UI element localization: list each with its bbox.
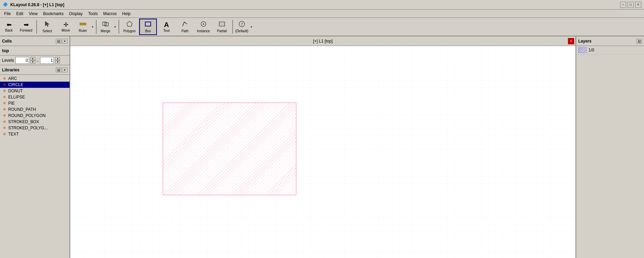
lib-icon-stroked-polyg: ✳ [3, 126, 6, 130]
separator-3 [119, 20, 119, 34]
lib-name-text: TEXT [8, 132, 19, 137]
menu-bar: File Edit View Bookmarks Display Tools M… [0, 10, 644, 18]
menu-view[interactable]: View [26, 11, 40, 17]
layers-float-button[interactable]: ◱ [636, 39, 642, 44]
window-controls: − □ × [620, 2, 641, 8]
layer-item-1-0[interactable]: 1/0 [576, 46, 644, 55]
levels-from-spinner: ▲ ▼ [30, 57, 35, 64]
svg-marker-0 [45, 21, 49, 27]
forward-button[interactable]: ➡ Forward [17, 19, 35, 35]
default-tool-group: T (Default) ▾ [234, 19, 253, 35]
menu-edit[interactable]: Edit [13, 11, 26, 17]
polygon-button[interactable]: Polygon [121, 19, 138, 35]
merge-dropdown-button[interactable]: ▾ [113, 19, 117, 35]
lib-item-round-path[interactable]: ✳ ROUND_PATH [0, 106, 70, 113]
lib-name-arc: ARC [8, 76, 17, 81]
separator-2 [96, 20, 97, 34]
merge-tool-group: Merge ▾ [98, 19, 117, 35]
lib-item-arc[interactable]: ✳ ARC [0, 75, 70, 82]
path-button[interactable]: Path [176, 19, 194, 35]
default-dropdown-button[interactable]: ▾ [249, 19, 253, 35]
svg-text:T: T [241, 22, 244, 26]
svg-rect-17 [70, 46, 575, 258]
canvas-area: [+] L1 [top] × [70, 36, 575, 258]
levels-from-up[interactable]: ▲ [30, 57, 35, 60]
minimize-button[interactable]: − [620, 2, 626, 8]
grid-overlay [70, 46, 575, 258]
menu-bookmarks[interactable]: Bookmarks [40, 11, 66, 17]
menu-help[interactable]: Help [120, 11, 134, 17]
cells-close-button[interactable]: × [62, 39, 67, 44]
libraries-float-button[interactable]: ◱ [56, 68, 61, 72]
partial-button[interactable]: Partial [213, 19, 231, 35]
canvas-title: [+] L1 [top] [313, 39, 333, 44]
libraries-close-button[interactable]: × [62, 68, 67, 72]
levels-to-input[interactable] [40, 57, 54, 64]
lib-name-round-path: ROUND_PATH [8, 107, 36, 112]
canvas-close-button[interactable]: × [568, 38, 574, 44]
ruler-button[interactable]: Ruler [75, 19, 90, 35]
library-list: ✳ ARC ✳ CIRCLE ✳ DONUT ✳ ELLIPSE ✳ PIE [0, 75, 70, 258]
layer-name-1-0: 1/0 [589, 48, 594, 52]
levels-to-up[interactable]: ▲ [55, 57, 60, 60]
libraries-controls: ◱ × [56, 68, 67, 72]
levels-to-spinner: ▲ ▼ [55, 57, 60, 64]
merge-button[interactable]: Merge [98, 19, 113, 35]
main-area: Cells ◱ × top Levels ▲ ▼ .. ▲ ▼ [0, 36, 644, 258]
title-bar: 🔷 KLayout 0.26.8 - [+] L1 [top] − □ × [0, 0, 644, 10]
levels-to-down[interactable]: ▼ [55, 60, 60, 64]
cells-controls: ◱ × [56, 39, 67, 44]
levels-from-down[interactable]: ▼ [30, 60, 35, 64]
lib-item-pie[interactable]: ✳ PIE [0, 100, 70, 106]
libraries-panel: Libraries ◱ × ✳ ARC ✳ CIRCLE ✳ DONUT [0, 65, 70, 258]
levels-from-input[interactable] [15, 57, 29, 64]
lib-item-circle[interactable]: ✳ CIRCLE [0, 82, 70, 88]
back-icon: ⬅ [7, 22, 12, 28]
back-button[interactable]: ⬅ Back [1, 19, 16, 35]
lib-name-donut: DONUT [8, 89, 23, 93]
separator-1 [36, 20, 37, 34]
polygon-icon [126, 21, 133, 28]
lib-item-donut[interactable]: ✳ DONUT [0, 88, 70, 94]
cells-float-button[interactable]: ◱ [56, 39, 61, 44]
forward-icon: ➡ [24, 22, 29, 28]
lib-item-round-polygon[interactable]: ✳ ROUND_POLYGON [0, 113, 70, 119]
menu-file[interactable]: File [1, 11, 13, 17]
app-icon: 🔷 [3, 2, 8, 8]
ruler-tool-group: Ruler ▾ [75, 19, 95, 35]
instance-button[interactable]: Instance [195, 19, 212, 35]
layers-controls: ◱ [636, 39, 642, 44]
merge-icon [102, 21, 109, 28]
levels-dots: .. [37, 58, 39, 63]
lib-item-ellipse[interactable]: ✳ ELLIPSE [0, 94, 70, 100]
close-button[interactable]: × [635, 2, 641, 8]
separator-4 [232, 20, 233, 34]
select-icon [44, 21, 51, 28]
canvas-viewport[interactable] [70, 46, 575, 258]
menu-display[interactable]: Display [66, 11, 85, 17]
lib-icon-donut: ✳ [3, 89, 6, 93]
select-button[interactable]: Select [38, 19, 56, 35]
lib-icon-circle: ✳ [3, 82, 6, 87]
move-icon: ✛ [63, 22, 69, 28]
menu-tools[interactable]: Tools [85, 11, 100, 17]
lib-item-text[interactable]: ✳ TEXT [0, 131, 70, 137]
box-button[interactable]: Box [139, 19, 157, 35]
maximize-button[interactable]: □ [628, 2, 634, 8]
ruler-icon [79, 21, 86, 28]
lib-icon-arc: ✳ [3, 76, 6, 81]
text-button[interactable]: A Text [158, 19, 175, 35]
ruler-dropdown-button[interactable]: ▾ [90, 19, 95, 35]
default-button[interactable]: T (Default) [234, 19, 249, 35]
lib-item-stroked-box[interactable]: ✳ STROKED_BOX [0, 119, 70, 125]
app-title: KLayout 0.26.8 - [+] L1 [top] [10, 2, 641, 7]
libraries-title: Libraries [2, 68, 20, 72]
lib-item-stroked-polyg[interactable]: ✳ STROKED_POLYG... [0, 125, 70, 131]
lib-name-round-polygon: ROUND_POLYGON [8, 113, 46, 118]
menu-macros[interactable]: Macros [100, 11, 119, 17]
layer-swatch-1-0 [578, 47, 586, 53]
default-icon: T [238, 21, 245, 28]
move-button[interactable]: ✛ Move [57, 19, 75, 35]
libraries-panel-header: Libraries ◱ × [0, 65, 70, 75]
lib-name-stroked-polyg: STROKED_POLYG... [8, 126, 48, 130]
